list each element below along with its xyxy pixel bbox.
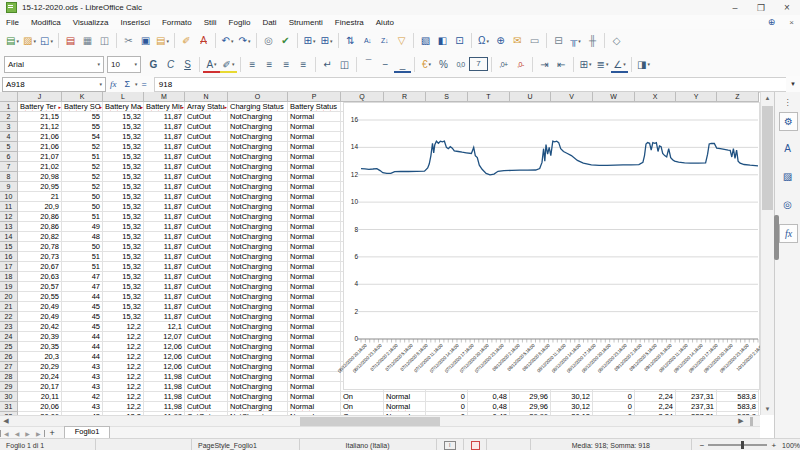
cell[interactable]: 12,2 [103, 372, 144, 382]
cell[interactable]: NotCharging [228, 112, 288, 122]
cell[interactable]: NotCharging [228, 182, 288, 192]
cell[interactable]: 20,9 [18, 202, 62, 212]
cell[interactable]: NotCharging [228, 272, 288, 282]
cell[interactable]: CutOut [185, 262, 228, 272]
redo-icon[interactable]: ↷▾ [236, 32, 253, 50]
copy-icon[interactable]: ▣ [137, 32, 154, 50]
new-document-icon[interactable]: ▤▾ [4, 32, 21, 50]
cell[interactable]: NotCharging [228, 382, 288, 392]
cell[interactable]: 0 [426, 402, 468, 412]
cell[interactable]: NotCharging [228, 172, 288, 182]
cell[interactable]: NotCharging [228, 362, 288, 372]
vertical-scroll-thumb[interactable] [762, 106, 773, 210]
find-replace-icon[interactable]: ◎ [260, 32, 277, 50]
cell[interactable]: 50 [62, 202, 103, 212]
menu-foglio[interactable]: Foglio [223, 18, 257, 27]
cell[interactable]: 11,98 [144, 402, 185, 412]
row-header-30[interactable]: 30 [0, 392, 18, 402]
cell[interactable]: 15,32 [103, 162, 144, 172]
print-icon[interactable]: ▦ [79, 32, 96, 50]
menu-modifica[interactable]: Modifica [25, 18, 67, 27]
cell[interactable]: Normal [288, 152, 341, 162]
draw-functions-icon[interactable]: ◇ [608, 32, 625, 50]
sum-icon[interactable]: Σ [121, 79, 135, 89]
cell[interactable]: 20,95 [18, 182, 62, 192]
column-header-Z[interactable]: Z [717, 92, 759, 102]
cell[interactable]: 12,2 [103, 362, 144, 372]
cell[interactable]: CutOut [185, 202, 228, 212]
zoom-level[interactable]: 100% [782, 442, 800, 449]
cell[interactable]: CutOut [185, 172, 228, 182]
cell[interactable]: NotCharging [228, 312, 288, 322]
first-sheet-icon[interactable]: ◀ [0, 430, 12, 437]
document-modified[interactable] [464, 439, 488, 450]
cell[interactable]: 50 [62, 192, 103, 202]
split-handle[interactable] [750, 417, 753, 426]
cell[interactable]: Battery Mir▸ [144, 102, 185, 112]
row-header-12[interactable]: 12 [0, 212, 18, 222]
insert-column-icon[interactable]: ⊞▾ [318, 32, 335, 50]
cell[interactable]: CutOut [185, 142, 228, 152]
menu-dati[interactable]: Dati [256, 18, 282, 27]
insert-row-icon[interactable]: ⊞▾ [301, 32, 318, 50]
column-header-N[interactable]: N [185, 92, 228, 102]
cell[interactable]: 20,57 [18, 282, 62, 292]
cell[interactable]: Normal [288, 242, 341, 252]
function-wizard-icon[interactable]: fx [106, 79, 121, 89]
expand-formula-bar-icon[interactable]: ▼ [786, 81, 800, 87]
format-date-icon[interactable]: 7 [469, 57, 488, 71]
cell[interactable]: 43 [62, 402, 103, 412]
column-header-M[interactable]: M [144, 92, 185, 102]
cell[interactable]: 51 [62, 212, 103, 222]
cell[interactable]: 12,2 [103, 392, 144, 402]
zoom-slider[interactable]: − + [700, 441, 776, 450]
cell[interactable]: 55 [62, 122, 103, 132]
cell[interactable]: NotCharging [228, 392, 288, 402]
cell[interactable]: CutOut [185, 402, 228, 412]
cell[interactable]: 11,87 [144, 112, 185, 122]
column-header-V[interactable]: V [551, 92, 593, 102]
embedded-chart[interactable]: 161412108642006/12/2020 20:16:0006/12/20… [343, 102, 760, 390]
cell[interactable]: 54 [62, 132, 103, 142]
column-header-K[interactable]: K [62, 92, 103, 102]
highlight-color-icon[interactable]: ✐▾ [220, 55, 237, 73]
cell[interactable]: 20,06 [18, 402, 62, 412]
row-header-5[interactable]: 5 [0, 142, 18, 152]
cell[interactable]: 44 [62, 342, 103, 352]
cell[interactable]: Array Statu▸ [185, 102, 228, 112]
cell[interactable]: NotCharging [228, 242, 288, 252]
previous-sheet-icon[interactable]: ◀ [12, 430, 23, 437]
cell[interactable]: 11,87 [144, 302, 185, 312]
cell[interactable]: CutOut [185, 242, 228, 252]
cell[interactable]: 21,06 [18, 142, 62, 152]
cell[interactable]: 11,87 [144, 272, 185, 282]
cell[interactable]: NotCharging [228, 152, 288, 162]
scroll-down-icon[interactable]: ▼ [761, 403, 774, 415]
cell[interactable]: 43 [62, 372, 103, 382]
language[interactable]: Italiano (Italia) [300, 439, 437, 450]
sidebar-styles-icon[interactable]: A [779, 140, 796, 157]
cell[interactable]: 0 [593, 402, 635, 412]
format-number-icon[interactable]: 0,0 [452, 55, 469, 73]
cell[interactable]: NotCharging [228, 232, 288, 242]
cell[interactable]: NotCharging [228, 192, 288, 202]
cell[interactable]: 55 [62, 112, 103, 122]
cell[interactable]: 20,86 [18, 212, 62, 222]
zoom-track[interactable] [708, 444, 767, 446]
cell[interactable]: 20,24 [18, 372, 62, 382]
cell[interactable]: 20,42 [18, 322, 62, 332]
cell[interactable]: 52 [62, 162, 103, 172]
bold-icon[interactable]: G [145, 55, 162, 73]
cell[interactable]: 11,87 [144, 172, 185, 182]
menu-formato[interactable]: Formato [156, 18, 198, 27]
cell[interactable]: NotCharging [228, 122, 288, 132]
cell[interactable]: NotCharging [228, 282, 288, 292]
cell[interactable]: 15,32 [103, 132, 144, 142]
cell[interactable]: 20,78 [18, 242, 62, 252]
row-header-2[interactable]: 2 [0, 112, 18, 122]
cell[interactable]: 237,31 [676, 402, 717, 412]
insert-image-icon[interactable]: ▧ [417, 32, 434, 50]
sort-descending-icon[interactable]: Z↓ [376, 32, 393, 50]
column-header-R[interactable]: R [384, 92, 426, 102]
cell[interactable]: CutOut [185, 352, 228, 362]
